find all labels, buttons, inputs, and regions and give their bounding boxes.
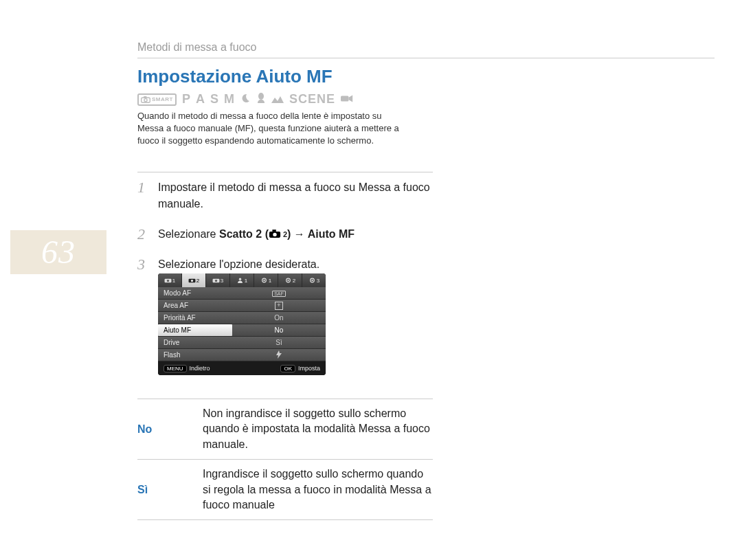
page-title: Impostazione Aiuto MF bbox=[137, 66, 333, 87]
menu-label: Modo AF bbox=[158, 289, 232, 297]
step-text: Impostare il metodo di messa a fuoco su … bbox=[158, 179, 433, 212]
menu-tab-cam3: 3 bbox=[206, 273, 230, 287]
menu-value: SAF bbox=[232, 289, 326, 297]
menu-label: Drive bbox=[158, 339, 232, 346]
menu-tab-user1: 1 bbox=[230, 273, 254, 287]
smart-mode-icon: SMART bbox=[137, 93, 177, 106]
step2-prefix: Selezionare bbox=[158, 228, 219, 240]
camera2-sub: 2 bbox=[283, 229, 287, 240]
step2-bold2: ) → Aiuto MF bbox=[287, 228, 355, 240]
ok-pill: OK bbox=[280, 365, 295, 372]
menu-row-priorita-af: Priorità AF On bbox=[158, 312, 326, 324]
menu-row-aiuto-mf: Aiuto MF No bbox=[158, 324, 326, 337]
menu-value-flash-icon bbox=[232, 350, 326, 360]
menu-value: + bbox=[232, 301, 326, 310]
step-number: 1 bbox=[137, 179, 158, 196]
menu-value: On bbox=[232, 314, 326, 322]
breadcrumb: Metodi di messa a fuoco bbox=[137, 41, 715, 58]
menu-pill: MENU bbox=[164, 365, 187, 372]
menu-row-modo-af: Modo AF SAF bbox=[158, 287, 326, 300]
svg-rect-4 bbox=[341, 96, 348, 101]
menu-tab-gear3: 3 bbox=[302, 273, 326, 287]
svg-point-13 bbox=[215, 280, 217, 282]
svg-point-14 bbox=[239, 278, 241, 280]
steps-list: 1 Impostare il metodo di messa a fuoco s… bbox=[137, 172, 433, 280]
camera-menu-screenshot: 1 2 3 1 1 2 3 Modo AF SAF Area AF + Prio… bbox=[158, 273, 326, 375]
mode-dial-row: SMART P A S M SCENE bbox=[137, 92, 353, 107]
step-2: 2 Selezionare Scatto 2 (2) → Aiuto MF bbox=[137, 219, 433, 249]
option-key: Sì bbox=[137, 467, 203, 513]
page-number: 63 bbox=[10, 230, 106, 274]
menu-value: No bbox=[232, 326, 326, 334]
scene-mode-label: SCENE bbox=[289, 92, 335, 107]
svg-point-6 bbox=[273, 233, 276, 236]
menu-row-flash: Flash bbox=[158, 349, 326, 361]
svg-point-16 bbox=[263, 280, 265, 281]
svg-rect-2 bbox=[144, 96, 146, 98]
back-label: Indietro bbox=[190, 365, 210, 372]
option-key: No bbox=[137, 406, 203, 452]
svg-point-9 bbox=[167, 280, 169, 282]
mode-m: M bbox=[224, 92, 234, 107]
ok-label: Imposta bbox=[298, 365, 320, 372]
option-desc: Ingrandisce il soggetto sullo schermo qu… bbox=[203, 467, 433, 513]
menu-tab-gear2: 2 bbox=[278, 273, 302, 287]
option-desc: Non ingrandisce il soggetto sullo scherm… bbox=[203, 406, 433, 452]
option-row-no: No Non ingrandisce il soggetto sullo sch… bbox=[137, 399, 433, 460]
beauty-mode-icon bbox=[256, 93, 266, 107]
night-mode-icon bbox=[240, 93, 251, 107]
mode-p: P bbox=[182, 92, 190, 107]
menu-label: Flash bbox=[158, 351, 232, 359]
svg-rect-7 bbox=[272, 229, 276, 232]
mode-s: S bbox=[210, 92, 218, 107]
menu-row-area-af: Area AF + bbox=[158, 300, 326, 312]
menu-label: Aiuto MF bbox=[158, 324, 232, 336]
menu-label: Priorità AF bbox=[158, 314, 232, 322]
menu-row-drive: Drive Sì bbox=[158, 337, 326, 349]
intro-paragraph: Quando il metodo di messa a fuoco della … bbox=[137, 110, 405, 148]
svg-point-20 bbox=[311, 280, 313, 281]
step2-bold1: Scatto 2 ( bbox=[219, 228, 269, 240]
mode-a: A bbox=[196, 92, 205, 107]
landscape-mode-icon bbox=[271, 93, 284, 106]
option-row-si: Sì Ingrandisce il soggetto sullo schermo… bbox=[137, 460, 433, 520]
menu-tab-cam2: 2 bbox=[182, 273, 206, 287]
step-text: Selezionare Scatto 2 (2) → Aiuto MF bbox=[158, 226, 433, 243]
menu-tab-cam1: 1 bbox=[158, 273, 182, 287]
menu-value: Sì bbox=[232, 339, 326, 346]
camera2-icon: 2 bbox=[269, 229, 287, 240]
svg-point-18 bbox=[287, 280, 289, 281]
step-1: 1 Impostare il metodo di messa a fuoco s… bbox=[137, 172, 433, 219]
movie-mode-icon bbox=[341, 93, 353, 106]
menu-footer: MENUIndietro OKImposta bbox=[158, 361, 326, 375]
options-table: No Non ingrandisce il soggetto sullo sch… bbox=[137, 399, 433, 520]
smart-label: SMART bbox=[152, 96, 173, 102]
svg-point-3 bbox=[258, 93, 264, 100]
svg-point-1 bbox=[144, 98, 147, 101]
step-number: 3 bbox=[137, 256, 158, 273]
svg-point-11 bbox=[191, 280, 193, 282]
menu-tab-gear1: 1 bbox=[254, 273, 278, 287]
step-text: Selezionare l'opzione desiderata. bbox=[158, 256, 433, 273]
menu-label: Area AF bbox=[158, 302, 232, 309]
step-number: 2 bbox=[137, 226, 158, 243]
menu-tabs: 1 2 3 1 1 2 3 bbox=[158, 273, 326, 287]
